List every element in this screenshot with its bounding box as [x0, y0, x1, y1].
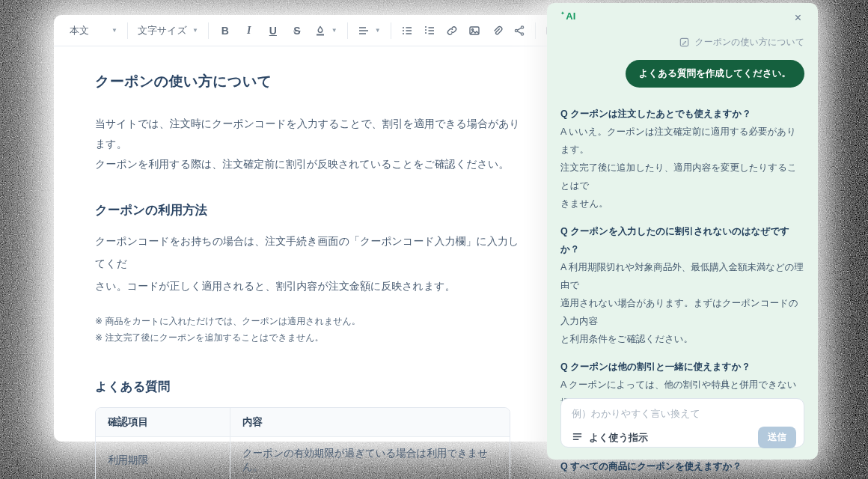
toolbar-divider	[391, 22, 391, 39]
ai-logo-text: AI	[566, 10, 576, 22]
document-intro-paragraph[interactable]: 当サイトでは、注文時にクーポンコードを入力することで、割引を適用できる場合があり…	[95, 114, 522, 174]
table-header-cell[interactable]: 確認項目	[96, 408, 230, 436]
chevron-down-icon: ▼	[375, 27, 381, 34]
share-button[interactable]	[508, 25, 531, 37]
toolbar-divider	[127, 22, 128, 39]
font-size-select[interactable]: 文字サイズ ▼	[132, 24, 204, 37]
paragraph-style-label: 本文	[70, 24, 89, 37]
note-line[interactable]: ※ 注文完了後にクーポンを追加することはできません。	[95, 329, 522, 346]
highlight-color-button[interactable]: ▼	[309, 25, 343, 37]
link-button[interactable]	[441, 25, 463, 37]
document-notes[interactable]: ※ 商品をカートに入れただけでは、クーポンは適用されません。 ※ 注文完了後にク…	[95, 313, 522, 346]
link-icon	[446, 25, 458, 37]
context-reference-chip: クーポンの使い方について	[560, 36, 804, 49]
numbered-list-button[interactable]	[418, 25, 441, 37]
image-icon	[468, 25, 480, 37]
chevron-down-icon: ▼	[192, 27, 198, 34]
document-note-icon	[679, 37, 690, 48]
user-message-row: よくある質問を作成してください。	[560, 60, 804, 88]
editor-window: 本文 ▼ 文字サイズ ▼ B I U S ▼	[54, 15, 563, 442]
toolbar-divider	[347, 22, 348, 39]
qa-answer: A いいえ。クーポンは注文確定前に適用する必要があります。 注文完了後に追加した…	[560, 123, 804, 213]
context-reference-label: クーポンの使い方について	[694, 36, 804, 49]
underline-button[interactable]: U	[261, 25, 285, 37]
quick-instructions-button[interactable]: よく使う指示	[572, 431, 648, 445]
numbered-list-icon	[424, 25, 435, 37]
qa-item: Q クーポンを入力したのに割引されないのはなぜですか？ A 利用期限切れや対象商…	[560, 222, 804, 348]
qa-question: Q クーポンを入力したのに割引されないのはなぜですか？	[560, 222, 804, 258]
faq-table[interactable]: 確認項目 内容 利用期限 クーポンの有効期限が過ぎている場合は利用できません。 …	[95, 407, 510, 479]
document-title[interactable]: クーポンの使い方について	[95, 72, 522, 91]
editor-toolbar: 本文 ▼ 文字サイズ ▼ B I U S ▼	[54, 15, 563, 46]
table-row: 利用期限 クーポンの有効期限が過ぎている場合は利用できません。	[96, 436, 510, 479]
chevron-down-icon: ▼	[111, 27, 117, 34]
quick-instructions-label: よく使う指示	[589, 431, 648, 445]
document-editing-area[interactable]: クーポンの使い方について 当サイトでは、注文時にクーポンコードを入力することで、…	[54, 46, 563, 479]
underline-label: U	[266, 25, 280, 37]
attachment-button[interactable]	[486, 25, 508, 37]
image-button[interactable]	[463, 25, 486, 37]
send-button[interactable]: 送信	[758, 427, 796, 448]
ai-assistant-panel: ✦AI × クーポンの使い方について よくある質問を作成してください。 Q クー…	[547, 3, 818, 460]
paragraph-style-select[interactable]: 本文 ▼	[64, 24, 123, 37]
bullet-list-icon	[401, 25, 413, 37]
user-prompt-bubble: よくある質問を作成してください。	[626, 60, 804, 88]
qa-question: Q クーポンは注文したあとでも使えますか？	[560, 105, 804, 123]
qa-answer: A 利用期限切れや対象商品外、最低購入金額未満などの理由で 適用されない場合があ…	[560, 258, 804, 348]
ai-logo: ✦AI	[560, 10, 576, 22]
toolbar-divider	[208, 22, 209, 39]
paperclip-icon	[491, 25, 503, 37]
bullet-list-button[interactable]	[396, 25, 418, 37]
usage-section-paragraph[interactable]: クーポンコードをお持ちの場合は、注文手続き画面の「クーポンコード入力欄」に入力し…	[95, 230, 522, 297]
qa-item: Q すべての商品にクーポンを使えますか？ A いいえ。クーポンによっては、対象商…	[560, 457, 804, 479]
table-cell[interactable]: 利用期限	[96, 436, 230, 479]
usage-section-heading[interactable]: クーポンの利用方法	[95, 202, 522, 219]
toolbar-divider	[535, 22, 536, 39]
font-size-label: 文字サイズ	[138, 24, 187, 37]
table-header-cell[interactable]: 内容	[230, 408, 510, 436]
qa-question: Q クーポンは他の割引と一緒に使えますか？	[560, 358, 804, 376]
align-left-icon	[358, 25, 370, 37]
table-header-row: 確認項目 内容	[96, 408, 510, 436]
sparkle-icon: ✦	[560, 10, 565, 16]
strikethrough-label: S	[290, 25, 304, 37]
prompt-input-box: よく使う指示 送信	[560, 398, 804, 448]
strikethrough-button[interactable]: S	[285, 25, 309, 37]
prompt-input[interactable]	[572, 408, 796, 419]
share-icon	[513, 25, 525, 37]
table-cell[interactable]: クーポンの有効期限が過ぎている場合は利用できません。	[230, 436, 510, 479]
note-line[interactable]: ※ 商品をカートに入れただけでは、クーポンは適用されません。	[95, 313, 522, 329]
italic-button[interactable]: I	[237, 25, 261, 37]
italic-label: I	[242, 25, 256, 37]
ink-drop-icon	[314, 25, 326, 37]
bold-button[interactable]: B	[213, 25, 237, 37]
input-bottom-row: よく使う指示 送信	[572, 427, 796, 448]
bold-label: B	[218, 25, 232, 37]
faq-section-heading[interactable]: よくある質問	[95, 379, 522, 395]
qa-item: Q クーポンは注文したあとでも使えますか？ A いいえ。クーポンは注文確定前に適…	[560, 105, 804, 213]
chevron-down-icon: ▼	[331, 27, 337, 34]
ai-panel-header: ✦AI ×	[560, 3, 804, 25]
menu-lines-icon	[572, 431, 583, 445]
align-button[interactable]: ▼	[352, 25, 386, 37]
qa-answer: A いいえ。クーポンによっては、対象商品が限定されている場 合があります。 ご利…	[560, 475, 804, 479]
close-button[interactable]: ×	[792, 10, 804, 25]
qa-question: Q すべての商品にクーポンを使えますか？	[560, 457, 804, 475]
